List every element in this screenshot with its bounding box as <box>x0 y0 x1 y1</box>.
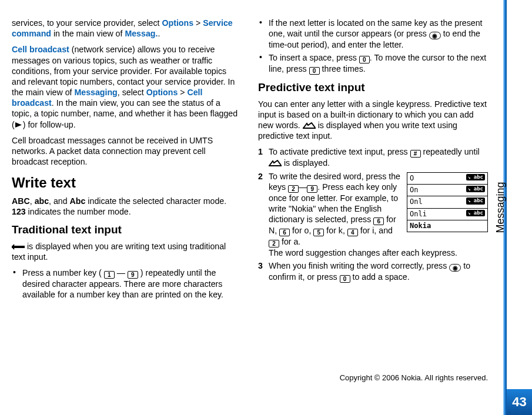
text: in the main view of <box>51 29 125 38</box>
text: for o, <box>290 226 313 235</box>
text: — <box>299 182 307 192</box>
list-item: If the next letter is located on the sam… <box>258 18 488 50</box>
key-1-icon: 1 <box>104 271 115 279</box>
table-row: Onabc <box>407 184 487 196</box>
table-row: Nokia <box>407 220 487 232</box>
heading-predictive-input: Predictive text input <box>258 81 488 95</box>
step-item: 2 Oabc Onabc Onlabc Onliabc Nokia To wri… <box>258 171 488 259</box>
text: services, to your service provider, sele… <box>12 18 162 28</box>
bullet-list: Press a number key ( 1 — 9 ) repeatedly … <box>12 267 242 300</box>
step-number: 3 <box>258 260 263 271</box>
text-bold: 123 <box>12 207 26 216</box>
copyright-footer: Copyright © 2006 Nokia. All rights reser… <box>12 373 488 382</box>
key-5-icon: 5 <box>313 229 324 236</box>
text: , select <box>118 88 146 97</box>
heading-traditional-input: Traditional text input <box>12 223 242 237</box>
abc-badge: abc <box>466 210 485 217</box>
text-bold: Abc <box>70 196 86 206</box>
page-content: services, to your service provider, sele… <box>0 0 500 387</box>
key-4-icon: 4 <box>347 229 358 236</box>
paragraph: ABC, abc, and Abc indicate the selected … <box>12 196 242 217</box>
scroll-key-icon: ◉ <box>449 264 461 272</box>
key-2-icon: 2 <box>288 185 299 193</box>
step-number: 1 <box>258 146 263 157</box>
abc-badge: abc <box>466 174 485 181</box>
key-6-icon: 6 <box>279 229 290 236</box>
text: To activate predictive text input, press <box>269 147 410 156</box>
svg-rect-3 <box>269 165 282 166</box>
text: indicates the number mode. <box>26 207 131 216</box>
text: is displayed. <box>282 158 330 168</box>
column-right: If the next letter is located on the sam… <box>258 18 488 360</box>
traditional-input-icon <box>12 243 25 250</box>
key-hash-icon: # <box>410 150 421 158</box>
paragraph: You can enter any letter with a single k… <box>258 99 488 142</box>
heading-write-text: Write text <box>12 174 242 192</box>
svg-rect-2 <box>303 128 316 129</box>
key-2-icon: 2 <box>269 240 279 247</box>
text: for i, and <box>358 226 393 235</box>
predictive-input-icon <box>269 160 282 167</box>
ui-link: Cell broadcast <box>12 45 69 54</box>
text: — <box>117 268 125 277</box>
predictive-input-icon <box>303 122 316 129</box>
figure-table: Oabc Onabc Onlabc Onliabc Nokia <box>407 173 487 232</box>
text: To insert a space, press <box>269 53 359 62</box>
text: three times. <box>320 64 366 73</box>
text: for a. <box>279 237 300 246</box>
text: When you finish writing the word correct… <box>269 261 449 270</box>
key-0-icon: 0 <box>309 67 320 75</box>
key-0-icon: 0 <box>340 275 350 283</box>
text: indicate the selected character mode. <box>85 196 226 206</box>
text-bold: abc <box>35 196 49 206</box>
svg-marker-0 <box>15 122 22 128</box>
two-column-layout: services, to your service provider, sele… <box>12 18 488 360</box>
text: > <box>193 18 203 28</box>
text: is displayed when you are writing text u… <box>12 242 226 262</box>
bullet-list: If the next letter is located on the sam… <box>258 18 488 75</box>
text: ) for follow-up. <box>23 120 76 129</box>
text: > <box>178 88 187 97</box>
table-row: Onliabc <box>407 208 487 220</box>
table-row: Oabc <box>407 173 487 185</box>
page-number-box: 43 <box>507 389 532 415</box>
text: . <box>158 29 160 38</box>
list-item: To insert a space, press 0. To move the … <box>258 52 488 75</box>
step-number: 2 <box>258 171 263 182</box>
right-side-band: 43 <box>503 0 532 415</box>
text: , and <box>49 196 70 206</box>
predictive-example-figure: Oabc Onabc Onlabc Onliabc Nokia <box>407 172 488 233</box>
key-6-icon: 6 <box>373 217 384 225</box>
list-item: Press a number key ( 1 — 9 ) repeatedly … <box>12 267 242 300</box>
ui-link: Messag. <box>125 29 158 38</box>
cell-text: On <box>410 186 418 194</box>
svg-rect-1 <box>12 246 25 248</box>
flag-icon <box>15 122 23 128</box>
abc-badge: abc <box>466 198 485 205</box>
text: for k, <box>324 226 347 235</box>
text: repeatedly until <box>421 147 480 156</box>
step-item: 1 To activate predictive text input, pre… <box>258 146 488 168</box>
key-9-icon: 9 <box>128 271 138 279</box>
paragraph: Cell broadcast messages cannot be receiv… <box>12 135 242 168</box>
column-left: services, to your service provider, sele… <box>12 18 242 360</box>
paragraph: is displayed when you are writing text u… <box>12 241 242 262</box>
ui-link: Messaging <box>74 88 117 97</box>
text-bold: ABC <box>12 196 30 206</box>
key-9-icon: 9 <box>307 185 317 193</box>
paragraph: services, to your service provider, sele… <box>12 18 242 39</box>
table-row: Onlabc <box>407 196 487 208</box>
cell-text: Onl <box>410 198 423 206</box>
paragraph: Cell broadcast (network service) allows … <box>12 44 242 129</box>
ui-link: Options <box>146 88 178 97</box>
section-side-label: Messaging <box>494 182 507 233</box>
page-number: 43 <box>512 394 526 410</box>
abc-badge: abc <box>466 186 485 193</box>
cell-text: Onli <box>410 210 427 218</box>
cell-text: O <box>410 174 414 182</box>
ui-link: Options <box>162 18 193 28</box>
key-0-icon: 0 <box>359 56 370 63</box>
text: , <box>30 196 35 206</box>
step-item: 3 When you finish writing the word corre… <box>258 260 488 283</box>
numbered-steps: 1 To activate predictive text input, pre… <box>258 146 488 283</box>
